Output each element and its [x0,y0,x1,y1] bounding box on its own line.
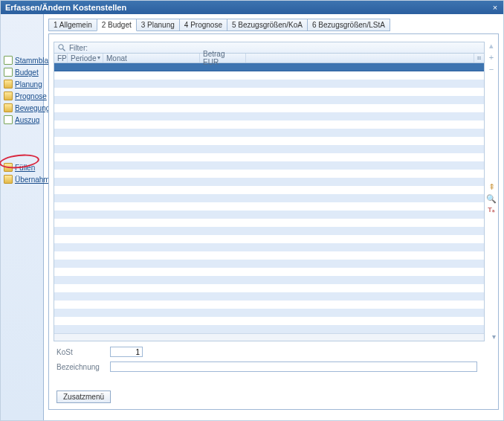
sidebar-item-label: Budget [15,68,39,77]
tab-panel: Filter: FP Periode ▾ Monat Betrag EUR [48,33,499,410]
col-fp[interactable]: FP [54,54,68,62]
tab-prognose[interactable]: 4 Prognose [179,19,227,31]
bezeichnung-input[interactable] [110,361,477,372]
grid-selected-row[interactable] [54,63,484,71]
col-monat[interactable]: Monat [103,54,200,62]
detail-form: KoSt Bezeichnung [56,347,491,376]
svg-line-1 [63,49,65,51]
col-label: Periode [71,54,96,62]
sidebar-item-auszug[interactable]: Auszug [1,114,43,126]
titlebar: Erfassen/Ändern Kostenstellen × [1,1,503,14]
col-spacer [246,54,474,62]
sidebar-item-planung[interactable]: Planung [1,78,43,90]
sidebar: Stammblatt Budget Planung Prognose Beweg… [1,14,44,420]
scroll-up-icon[interactable]: ▴ [489,42,494,52]
sidebar-action-fuellen[interactable]: Füllen [1,161,43,173]
svg-rect-5 [479,59,481,60]
bezeichnung-label: Bezeichnung [56,363,110,371]
scroll-down-icon[interactable]: ▾ [492,332,496,341]
close-icon[interactable]: × [490,2,500,13]
add-row-icon[interactable]: + [489,54,494,64]
text-zoom-icon[interactable]: Tₐ [488,207,495,217]
zusatzmenu-button[interactable]: Zusatzmenü [56,391,111,403]
search-icon[interactable] [57,43,66,52]
sidebar-item-budget[interactable]: Budget [1,66,43,78]
sort-desc-icon: ▾ [97,55,100,61]
sidebar-item-label: Stammblatt [15,57,53,65]
grid-header: FP Periode ▾ Monat Betrag EUR [54,54,484,63]
tab-bezugsgroessen-lsta[interactable]: 6 Bezugsgrößen/LStA [307,19,390,31]
sidebar-item-label: Auszug [15,116,39,124]
app-window: Erfassen/Ändern Kostenstellen × Stammbla… [0,0,504,421]
main-panel: 1 Allgemein 2 Budget 3 Planung 4 Prognos… [44,14,503,420]
filter-label: Filter: [69,44,88,52]
kost-label: KoSt [56,348,110,356]
col-periode[interactable]: Periode ▾ [68,54,103,62]
remove-row-icon[interactable]: − [489,65,494,76]
tab-bezugsgroessen-koa[interactable]: 5 Bezugsgrößen/KoA [227,19,308,31]
page-icon [4,56,13,65]
sidebar-item-label: Bewegung [15,104,50,112]
folder-icon [4,80,13,89]
sidebar-divider [1,126,43,161]
folder-icon [4,163,13,172]
window-body: Stammblatt Budget Planung Prognose Beweg… [1,14,503,420]
sidebar-item-label: Füllen [15,164,35,172]
nav-up-icon[interactable]: ⇞ [488,183,495,193]
folder-icon [4,103,13,112]
page-icon [4,68,13,77]
grid-hscrollbar[interactable] [54,333,484,341]
sidebar-item-stammblatt[interactable]: Stammblatt [1,54,43,66]
tab-budget[interactable]: 2 Budget [97,19,137,31]
page-icon [4,115,13,124]
column-options-icon[interactable] [474,54,484,62]
folder-icon [4,91,13,100]
grid-tools-rail: ▴ + − ⇞ 🔍 Tₐ [487,42,496,217]
tab-planung[interactable]: 3 Planung [136,19,180,31]
tab-strip: 1 Allgemein 2 Budget 3 Planung 4 Prognos… [48,19,499,31]
svg-point-0 [59,45,63,49]
grid-body[interactable] [54,71,484,333]
form-row-bezeichnung: Bezeichnung [56,361,491,372]
sidebar-item-label: Prognose [15,92,47,100]
data-grid: Filter: FP Periode ▾ Monat Betrag EUR [54,42,485,341]
button-bar: Zusatzmenü [56,391,111,403]
svg-rect-3 [479,57,481,58]
window-title: Erfassen/Ändern Kostenstellen [5,3,126,12]
kost-input[interactable] [110,347,143,357]
tab-allgemein[interactable]: 1 Allgemein [48,19,97,31]
folder-icon [4,175,13,184]
form-row-kost: KoSt [56,347,491,357]
grid-filter-bar: Filter: [54,42,484,54]
zoom-icon[interactable]: 🔍 [486,195,497,205]
sidebar-item-prognose[interactable]: Prognose [1,90,43,102]
svg-rect-2 [478,57,479,58]
col-betrag[interactable]: Betrag EUR [200,54,246,62]
sidebar-action-uebernahme[interactable]: Übernahme [1,173,43,185]
svg-rect-4 [478,59,479,60]
sidebar-item-label: Planung [15,80,42,89]
sidebar-item-bewegung[interactable]: Bewegung [1,102,43,114]
